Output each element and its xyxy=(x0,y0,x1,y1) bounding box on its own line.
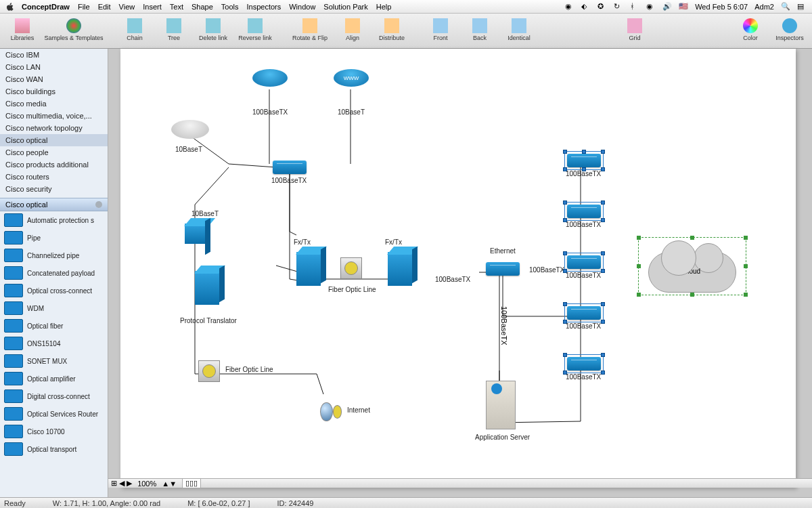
menu-view[interactable]: View xyxy=(119,3,135,11)
menu-file[interactable]: File xyxy=(78,3,90,11)
router-shape[interactable]: 100BaseTX xyxy=(252,69,288,87)
bluetooth-icon[interactable]: ᚼ xyxy=(630,2,639,12)
menu-window[interactable]: Window xyxy=(289,3,315,11)
wifi-icon[interactable]: ◉ xyxy=(646,2,656,12)
tb-inspectors[interactable]: Inspectors xyxy=(771,16,808,47)
cat-row[interactable]: Cisco LAN xyxy=(0,61,108,73)
menu-text[interactable]: Text xyxy=(170,3,183,11)
tb-back[interactable]: Back xyxy=(461,16,498,47)
stencil-item[interactable]: Optical Services Router xyxy=(0,405,108,423)
fiber-junction-1[interactable]: Fiber Optic Line xyxy=(340,257,362,279)
notification-icon[interactable]: ▤ xyxy=(797,2,807,12)
stencil-list[interactable]: Automatic protection s Pipe Channelized … xyxy=(0,211,108,497)
menu-insert[interactable]: Insert xyxy=(143,3,162,11)
drawing-page[interactable]: 100BaseTX WWW10BaseT 10BaseT 100BaseTX 1… xyxy=(120,49,796,488)
fiber-junction-2[interactable]: Fiber Optic Line xyxy=(198,360,220,382)
stencil-item[interactable]: Concatenated payload xyxy=(0,264,108,282)
zoom-level[interactable]: 100% xyxy=(137,480,156,488)
close-panel-icon[interactable] xyxy=(95,201,102,208)
menu-inspectors[interactable]: Inspectors xyxy=(246,3,281,11)
cat-row[interactable]: Cisco network topology xyxy=(0,122,108,134)
cat-row[interactable]: Cisco optical xyxy=(0,134,108,146)
tb-libraries[interactable]: Libraries xyxy=(4,16,41,47)
switch-stack-2[interactable]: 100BaseTX xyxy=(567,205,601,218)
menu-help[interactable]: Help xyxy=(376,3,392,11)
switch-stack-3[interactable]: 100BaseTX xyxy=(567,255,601,269)
tb-rotate-flip[interactable]: Rotate & Flip xyxy=(288,16,332,47)
tb-reverse-link[interactable]: Reverse link xyxy=(234,16,276,47)
canvas-viewport[interactable]: 100BaseTX WWW10BaseT 10BaseT 100BaseTX 1… xyxy=(108,49,812,497)
tb-color[interactable]: Color xyxy=(732,16,769,47)
cat-row[interactable]: Cisco WAN xyxy=(0,73,108,85)
magnifier-shape[interactable]: 10BaseT xyxy=(185,224,205,244)
stencil-item[interactable]: SONET MUX xyxy=(0,352,108,370)
fx-box-2[interactable]: Fx/Tx xyxy=(388,252,412,286)
stencil-item[interactable]: Cisco 10700 xyxy=(0,423,108,440)
globe-shape[interactable]: Internet xyxy=(320,401,342,423)
user-menu[interactable]: Adm2 xyxy=(754,3,774,11)
zoom-stepper[interactable]: ▲▼ xyxy=(162,480,177,488)
stencil-icon xyxy=(4,407,23,421)
tb-grid[interactable]: Grid xyxy=(616,16,653,47)
switch-stack-1[interactable]: 100BaseTX xyxy=(567,154,601,167)
cat-row[interactable]: Cisco buildings xyxy=(0,85,108,98)
cat-row[interactable]: Cisco security xyxy=(0,183,108,195)
switch-stack-5[interactable]: 100BaseTX xyxy=(567,357,601,371)
switch-main-shape[interactable]: 100BaseTX xyxy=(273,161,307,174)
library-category-list[interactable]: Cisco IBM Cisco LAN Cisco WAN Cisco buil… xyxy=(0,49,108,198)
server-shape[interactable]: Application Server xyxy=(486,381,516,429)
router-www-shape[interactable]: WWW10BaseT xyxy=(334,69,369,87)
tb-delete-link[interactable]: Delete link xyxy=(195,16,231,47)
router-grey-shape[interactable]: 10BaseT xyxy=(171,120,209,139)
cat-row[interactable]: Cisco routers xyxy=(0,171,108,183)
switch-eth-shape[interactable]: Ethernet100BaseTX100BaseTX xyxy=(486,262,520,276)
stencil-icon xyxy=(4,442,23,456)
stencil-item[interactable]: Optical fiber xyxy=(0,317,108,335)
menu-tools[interactable]: Tools xyxy=(221,3,239,11)
cat-row[interactable]: Cisco multimedia, voice,... xyxy=(0,110,108,122)
stencil-panel-title: Cisco optical xyxy=(5,200,47,209)
page-tabs[interactable]: ▯▯▯ xyxy=(182,478,201,488)
dropbox-icon[interactable]: ⬖ xyxy=(581,2,591,12)
menu-edit[interactable]: Edit xyxy=(98,3,111,11)
stencil-icon xyxy=(4,319,23,333)
tb-align[interactable]: Align xyxy=(334,16,371,47)
apple-menu-icon[interactable] xyxy=(5,2,15,12)
fx-box-1[interactable]: Fx/Tx xyxy=(296,252,321,286)
menu-solution-park[interactable]: Solution Park xyxy=(323,3,367,11)
cat-row[interactable]: Cisco people xyxy=(0,146,108,158)
tb-distribute[interactable]: Distribute xyxy=(374,16,410,47)
stencil-item[interactable]: Optical amplifier xyxy=(0,370,108,387)
evernote-icon[interactable]: ✪ xyxy=(597,2,607,12)
spotlight-icon[interactable]: 🔍 xyxy=(781,2,790,12)
flag-icon[interactable]: 🇺🇸 xyxy=(679,2,688,12)
stencil-item[interactable]: Optical cross-connect xyxy=(0,282,108,299)
cloud-shape[interactable]: Cloud xyxy=(648,252,736,293)
tb-chain[interactable]: Chain xyxy=(116,16,153,47)
cat-row[interactable]: Cisco products additional xyxy=(0,158,108,171)
tb-identical[interactable]: Identical xyxy=(501,16,537,47)
app-name[interactable]: ConceptDraw xyxy=(22,3,70,11)
stencil-item[interactable]: Automatic protection s xyxy=(0,211,108,229)
sync-icon[interactable]: ◉ xyxy=(565,2,574,12)
stencil-item[interactable]: ONS15104 xyxy=(0,335,108,352)
tb-tree[interactable]: Tree xyxy=(156,16,192,47)
scroll-controls[interactable]: ⊞ ◀ ▶ xyxy=(111,479,132,488)
timemachine-icon[interactable]: ↻ xyxy=(614,2,623,12)
cat-row[interactable]: Cisco IBM xyxy=(0,49,108,61)
tb-front[interactable]: Front xyxy=(422,16,459,47)
switch-stack-4[interactable]: 100BaseTX xyxy=(567,306,601,320)
volume-icon[interactable]: 🔊 xyxy=(662,2,672,12)
protocol-translator-shape[interactable]: Protocol Translator xyxy=(195,271,219,305)
stencil-item[interactable]: Channelized pipe xyxy=(0,247,108,264)
stencil-item[interactable]: WDM xyxy=(0,299,108,317)
menu-shape[interactable]: Shape xyxy=(191,3,213,11)
stencil-item[interactable]: Pipe xyxy=(0,229,108,247)
stencil-panel-header[interactable]: Cisco optical xyxy=(0,198,108,211)
stencil-item[interactable]: Optical transport xyxy=(0,440,108,458)
stencil-icon xyxy=(4,284,23,297)
stencil-item[interactable]: Digital cross-connect xyxy=(0,387,108,405)
clock[interactable]: Wed Feb 5 6:07 xyxy=(695,3,748,11)
tb-samples-templates[interactable]: Samples & Templates xyxy=(43,16,104,47)
cat-row[interactable]: Cisco media xyxy=(0,98,108,110)
